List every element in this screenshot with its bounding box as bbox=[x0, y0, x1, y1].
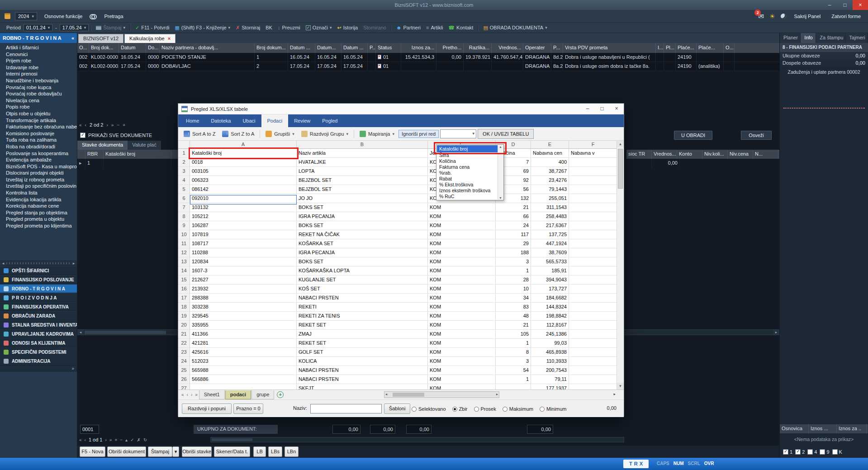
sheet-cell[interactable]: 1 bbox=[496, 375, 531, 384]
checkbox-icon[interactable] bbox=[820, 449, 825, 455]
sheet-cell[interactable]: 303238 bbox=[190, 303, 297, 312]
grid-cell[interactable]: 17.05.24 bbox=[288, 62, 315, 71]
grid-cell[interactable]: DRAGANA bbox=[523, 62, 551, 71]
tab-biznisoft[interactable]: BIZNISOFT v12 bbox=[78, 34, 123, 43]
ribbon-tab[interactable]: Podaci bbox=[261, 114, 289, 127]
scanner-button[interactable]: Skener/Data t. bbox=[214, 446, 250, 457]
column-header[interactable]: Datum bbox=[119, 43, 146, 53]
mail-icon[interactable]: ✉2 bbox=[758, 13, 764, 19]
menu-pretraga[interactable]: Pretraga bbox=[101, 12, 126, 20]
sheet-cell[interactable]: KOM bbox=[428, 275, 496, 285]
ribbon-tab[interactable]: Review bbox=[288, 114, 316, 127]
dark-theme-icon[interactable] bbox=[781, 14, 786, 19]
column-header[interactable]: Plaće... bbox=[697, 43, 724, 53]
record-navigator-top[interactable]: « ‹ 2 od 2 › » − + bbox=[79, 120, 125, 130]
grid-cell[interactable]: 24190 bbox=[676, 62, 697, 71]
sheet-cell[interactable]: NABACI PRSTEN bbox=[297, 375, 428, 384]
aggregate-radio[interactable]: Selektovano bbox=[412, 406, 446, 412]
sheet-cell[interactable]: 311,1543 bbox=[531, 203, 569, 212]
table-row[interactable]: 002 KL002-00002 17.05.24 00002 DOBAVLJAC… bbox=[77, 62, 779, 71]
radio-icon[interactable] bbox=[540, 407, 545, 412]
refresh-button[interactable]: Osveži bbox=[741, 131, 772, 140]
sidebar-item[interactable]: Pregled prometa u objektu bbox=[0, 216, 77, 223]
sheet-cell[interactable]: 144,8324 bbox=[531, 303, 569, 312]
row-number[interactable]: 3 bbox=[178, 167, 190, 176]
cancel-icon[interactable]: ✗ bbox=[137, 437, 141, 442]
storno-button[interactable]: ✗Storniraj bbox=[233, 23, 263, 33]
hide-panel-button[interactable]: Sakrij Panel bbox=[792, 12, 824, 20]
tab-stavke-dokumenta[interactable]: Stavke dokumenta bbox=[77, 141, 128, 150]
row-number[interactable]: 9 bbox=[178, 221, 190, 230]
sheet-cell[interactable] bbox=[569, 158, 617, 167]
doc-processing-dropdown[interactable]: ▤OBRADA DOKUMENTA▾ bbox=[480, 23, 550, 33]
sheet-cell[interactable]: 411366 bbox=[190, 330, 297, 339]
grid-cell[interactable] bbox=[664, 53, 676, 62]
sheet-cell[interactable]: KOŠARKA SET bbox=[297, 239, 428, 248]
grid-cell[interactable] bbox=[368, 62, 376, 71]
sheet-cell[interactable]: 48 bbox=[496, 312, 531, 321]
cancelled-button[interactable]: Stornirano bbox=[360, 23, 389, 33]
grid-cell[interactable]: 1 bbox=[85, 159, 104, 168]
sheet-cell[interactable]: 177,1937 bbox=[531, 384, 569, 389]
sheet-cell[interactable]: KOLICA bbox=[297, 357, 428, 366]
sheet-cell[interactable]: KOM bbox=[428, 257, 496, 266]
sheet-cell[interactable] bbox=[569, 339, 617, 348]
column-header[interactable]: P... bbox=[551, 43, 563, 53]
sidebar-more-strip[interactable]: » bbox=[0, 366, 77, 372]
record-navigator-bottom[interactable]: « ‹ 1 od 1 › » + − ▴ ✓ ✗ ↻ bbox=[79, 435, 779, 444]
grid-cell[interactable]: 00001 bbox=[146, 53, 160, 62]
radio-icon[interactable] bbox=[503, 407, 508, 412]
sheet-cell[interactable]: Naziv artikla bbox=[297, 149, 428, 158]
module-section-button[interactable]: OBRAČUN ZARADA bbox=[0, 311, 77, 320]
sheet-vscrollbar[interactable]: ▲ ▼ bbox=[617, 141, 624, 389]
sheet-cell[interactable]: KOM bbox=[428, 321, 496, 330]
grid-cell[interactable]: 00002 bbox=[146, 62, 160, 71]
sheet-cell[interactable]: 106287 bbox=[190, 221, 297, 230]
sheet-cell[interactable]: 105 bbox=[496, 330, 531, 339]
aggregate-radio[interactable]: Minimum bbox=[540, 406, 567, 412]
grid-cell[interactable] bbox=[656, 53, 664, 62]
sheet-cell[interactable]: 21 bbox=[496, 203, 531, 212]
tab-kalkulacija-robe[interactable]: Kalkulacija robe× bbox=[124, 34, 175, 43]
sheet-cell[interactable]: REKET SET bbox=[297, 321, 428, 330]
sheet-cell[interactable]: 288388 bbox=[190, 294, 297, 303]
grid-cell[interactable] bbox=[724, 53, 735, 62]
sheet-cell[interactable]: 10 bbox=[496, 285, 531, 294]
sheet-cell[interactable]: 66 bbox=[496, 212, 531, 221]
column-header[interactable]: Datum ... bbox=[288, 43, 315, 53]
sidebar-item[interactable]: Izdavanje robe bbox=[0, 64, 77, 71]
column-header[interactable]: RBR bbox=[85, 150, 104, 159]
sheet-cell[interactable]: KOM bbox=[428, 312, 496, 321]
menu-osnovne-funkcije[interactable]: Osnovne funkcije bbox=[42, 12, 85, 20]
column-header[interactable]: N... bbox=[753, 150, 778, 159]
row-number[interactable]: 12 bbox=[178, 248, 190, 257]
sheet-cell[interactable]: SKEJT bbox=[297, 384, 428, 389]
sheet-cell[interactable]: 003105 bbox=[190, 167, 297, 176]
sheet-cell[interactable]: ZMAJ bbox=[297, 330, 428, 339]
column-letter[interactable]: B bbox=[297, 141, 428, 149]
column-header[interactable]: P... bbox=[368, 43, 376, 53]
module-section-button[interactable]: ROBNO - T R G O V I N A bbox=[0, 284, 77, 293]
module-section-button[interactable]: P R O I Z V O D N J A bbox=[0, 293, 77, 302]
checkbox-icon[interactable] bbox=[795, 449, 801, 455]
dialog-minimize-icon[interactable]: – bbox=[580, 104, 595, 114]
next-record-icon[interactable]: › bbox=[105, 437, 107, 442]
sheet-cell[interactable] bbox=[569, 375, 617, 384]
grid-cell[interactable] bbox=[464, 62, 492, 71]
column-header[interactable]: Naziv partnera - dobavlj... bbox=[160, 43, 255, 53]
column-header[interactable]: Datum... bbox=[315, 43, 342, 53]
grid-cell[interactable] bbox=[656, 62, 664, 71]
module-section-button[interactable]: OPŠTI ŠIFARNICI bbox=[0, 266, 77, 275]
first-sheet-icon[interactable]: « bbox=[180, 392, 185, 397]
sheet-cell[interactable]: 245,1386 bbox=[531, 330, 569, 339]
sheet-cell[interactable]: 23,4276 bbox=[531, 176, 569, 185]
edit-icon[interactable]: ▴ bbox=[125, 437, 128, 442]
column-header[interactable]: Niv.cena bbox=[728, 150, 753, 159]
row-number[interactable]: 2 bbox=[178, 158, 190, 167]
flag-checkbox[interactable]: K bbox=[832, 449, 842, 455]
sidebar-item[interactable]: Komisiono poslovanje bbox=[0, 130, 77, 137]
sheet-cell[interactable] bbox=[569, 212, 617, 221]
grid-cell[interactable] bbox=[401, 62, 436, 71]
sidebar-item[interactable]: Poslovanje sa kooperantima bbox=[0, 150, 77, 157]
status-cell[interactable]: 01 bbox=[376, 53, 401, 62]
